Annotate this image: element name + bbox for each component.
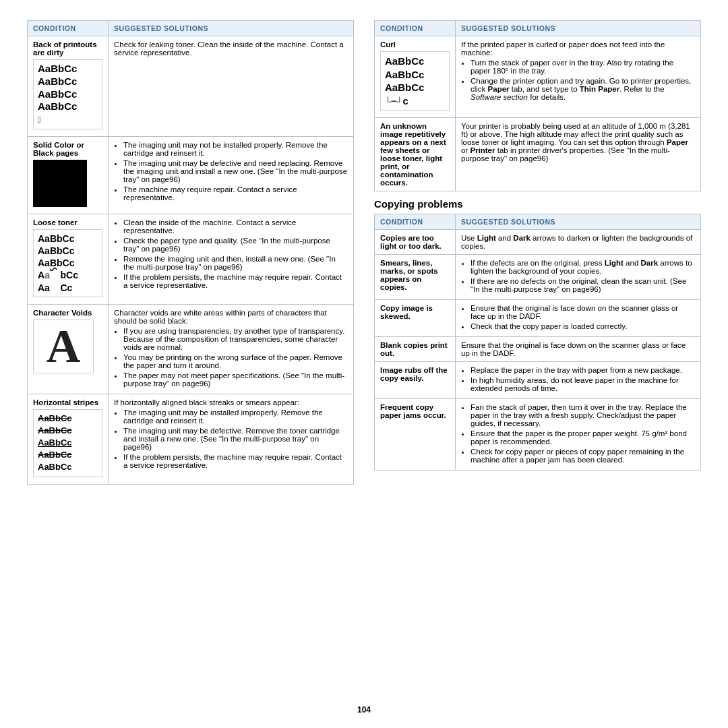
solution-text: Ensure that the original is face down on…: [461, 341, 686, 357]
solution-text: Check for leaking toner. Clean the insid…: [114, 40, 344, 57]
list-item: If the problem persists, the machine may…: [123, 273, 348, 289]
list-item: In high humidity areas, do not leave pap…: [471, 376, 695, 392]
condition-cell: Smears, lines, marks, or spots appears o…: [375, 255, 456, 300]
table-row: Loose toner AaBbCcAaBbCcAaBbCcAa bCcAa C…: [28, 214, 354, 304]
list-item: The imaging unit may be defective and ne…: [123, 159, 348, 183]
list-item: If the defects are on the original, pres…: [471, 259, 695, 275]
solution-list: Replace the paper in the tray with paper…: [461, 366, 695, 392]
condition-cell: Copies are too light or too dark.: [375, 230, 456, 255]
solution-intro: Character voids are white areas within p…: [114, 309, 327, 325]
solution-cell: If horizontally aligned black streaks or…: [109, 394, 354, 484]
solution-cell: Replace the paper in the tray with paper…: [456, 362, 701, 399]
condition-cell: Back of printoutsare dirty AaBbCcAaBbCcA…: [28, 36, 109, 137]
copy-solutions-header: Suggested Solutions: [456, 214, 701, 230]
left-condition-header: Condition: [28, 21, 109, 36]
condition-cell: Image rubs off the copy easily.: [375, 362, 456, 399]
page-number: 104: [27, 705, 701, 715]
char-voids-image: A: [33, 320, 94, 373]
copy-condition-header: Condition: [375, 214, 456, 230]
condition-cell: Character Voids A: [28, 304, 109, 394]
list-item: You may be printing on the wrong surface…: [123, 353, 348, 369]
table-row: Frequent copy paper jams occur. Fan the …: [375, 399, 701, 471]
list-item: Clean the inside of the machine. Contact…: [123, 218, 348, 235]
condition-cell: Loose toner AaBbCcAaBbCcAaBbCcAa bCcAa C…: [28, 214, 109, 304]
solution-list: The imaging unit may be installed improp…: [114, 408, 348, 469]
solution-list: If the defects are on the original, pres…: [461, 259, 695, 293]
table-row: Blank copies print out. Ensure that the …: [375, 337, 701, 362]
left-solutions-header: Suggested Solutions: [109, 21, 354, 36]
list-item: The paper may not meet paper specificati…: [123, 371, 348, 388]
solution-cell: Ensure that the original is face down on…: [456, 300, 701, 337]
copying-table: Condition Suggested Solutions Copies are…: [374, 214, 701, 471]
solution-cell: Your printer is probably being used at a…: [456, 118, 701, 191]
table-row: Solid Color orBlack pages The imaging un…: [28, 136, 354, 214]
table-row: Character Voids A Character voids are wh…: [28, 304, 354, 394]
solution-intro: If horizontally aligned black streaks or…: [114, 398, 299, 406]
condition-cell: Frequent copy paper jams occur.: [375, 399, 456, 471]
table-row: Horizontal stripes AaBbCc AaBbCc AaBbCc …: [28, 394, 354, 484]
table-row: Copies are too light or too dark. Use Li…: [375, 230, 701, 255]
table-row: Image rubs off the copy easily. Replace …: [375, 362, 701, 399]
condition-cell: Solid Color orBlack pages: [28, 136, 109, 214]
solution-cell: Clean the inside of the machine. Contact…: [109, 214, 354, 304]
black-block-image: [33, 160, 87, 207]
loose-toner-image: AaBbCcAaBbCcAaBbCcAa bCcAa Cc: [33, 229, 102, 297]
list-item: Check the paper type and quality. (See "…: [123, 237, 348, 253]
list-item: If there are no defects on the original,…: [471, 277, 695, 293]
solution-text: Your printer is probably being used at a…: [461, 122, 690, 162]
list-item: The imaging unit may be defective. Remov…: [123, 427, 348, 451]
solution-cell: Character voids are white areas within p…: [109, 304, 354, 394]
left-table: Condition Suggested Solutions Back of pr…: [27, 20, 354, 485]
list-item: If you are using transparencies, try ano…: [123, 327, 348, 351]
condition-cell: Curl AaBbCcAaBbCcAaBbCc└╌┘c: [375, 36, 456, 118]
copying-problems-title: Copying problems: [374, 198, 701, 210]
condition-label: Loose toner: [33, 218, 102, 226]
solution-cell: Use Light and Dark arrows to darken or l…: [456, 230, 701, 255]
table-row: An unknown image repetitively appears on…: [375, 118, 701, 191]
solution-list: The imaging unit may not be installed pr…: [114, 141, 348, 202]
list-item: The imaging unit may be installed improp…: [123, 408, 348, 425]
horiz-stripes-image: AaBbCc AaBbCc AaBbCc AaBbCc AaBbCc: [33, 409, 102, 477]
list-item: Check for copy paper or pieces of copy p…: [471, 448, 695, 464]
condition-cell: Blank copies print out.: [375, 337, 456, 362]
condition-label: Back of printoutsare dirty: [33, 40, 102, 57]
solution-cell: The imaging unit may not be installed pr…: [109, 136, 354, 214]
table-row: Curl AaBbCcAaBbCcAaBbCc└╌┘c If the print…: [375, 36, 701, 118]
right-condition-header: Condition: [375, 21, 456, 36]
two-column-layout: Condition Suggested Solutions Back of pr…: [27, 20, 701, 700]
list-item: The imaging unit may not be installed pr…: [123, 141, 348, 157]
list-item: Replace the paper in the tray with paper…: [471, 366, 695, 374]
list-item: Remove the imaging unit and then, instal…: [123, 255, 348, 271]
table-row: Back of printoutsare dirty AaBbCcAaBbCcA…: [28, 36, 354, 137]
list-item: Fan the stack of paper, then turn it ove…: [471, 403, 695, 427]
list-item: The machine may require repair. Contact …: [123, 185, 348, 202]
solution-list: Ensure that the original is face down on…: [461, 304, 695, 330]
solution-list: Turn the stack of paper over in the tray…: [461, 59, 695, 101]
solution-cell: If the printed paper is curled or paper …: [456, 36, 701, 118]
condition-cell: Copy image is skewed.: [375, 300, 456, 337]
curl-image: AaBbCcAaBbCcAaBbCc└╌┘c: [380, 51, 450, 111]
left-column: Condition Suggested Solutions Back of pr…: [27, 20, 354, 700]
condition-label: Solid Color orBlack pages: [33, 141, 102, 157]
solution-cell: If the defects are on the original, pres…: [456, 255, 701, 300]
page: Condition Suggested Solutions Back of pr…: [0, 0, 728, 728]
solution-list: Clean the inside of the machine. Contact…: [114, 218, 348, 289]
solution-cell: Ensure that the original is face down on…: [456, 337, 701, 362]
table-row: Copy image is skewed. Ensure that the or…: [375, 300, 701, 337]
right-top-table: Condition Suggested Solutions Curl AaBbC…: [374, 20, 701, 191]
right-column: Condition Suggested Solutions Curl AaBbC…: [374, 20, 701, 700]
condition-label: Character Voids: [33, 309, 102, 317]
list-item: Ensure that the original is face down on…: [471, 304, 695, 320]
solution-list: Fan the stack of paper, then turn it ove…: [461, 403, 695, 464]
list-item: Check that the copy paper is loaded corr…: [471, 322, 695, 330]
condition-cell: An unknown image repetitively appears on…: [375, 118, 456, 191]
list-item: Turn the stack of paper over in the tray…: [471, 59, 695, 75]
condition-cell: Horizontal stripes AaBbCc AaBbCc AaBbCc …: [28, 394, 109, 484]
list-item: Change the printer option and try again.…: [471, 77, 695, 101]
solution-text: Use Light and Dark arrows to darken or l…: [461, 234, 692, 250]
list-item: If the problem persists, the machine may…: [123, 453, 348, 469]
table-row: Smears, lines, marks, or spots appears o…: [375, 255, 701, 300]
list-item: Ensure that the paper is the proper pape…: [471, 429, 695, 446]
solution-cell: Check for leaking toner. Clean the insid…: [109, 36, 354, 137]
sample-text-image: AaBbCcAaBbCcAaBbCcAaBbCc𛯌: [33, 59, 102, 129]
